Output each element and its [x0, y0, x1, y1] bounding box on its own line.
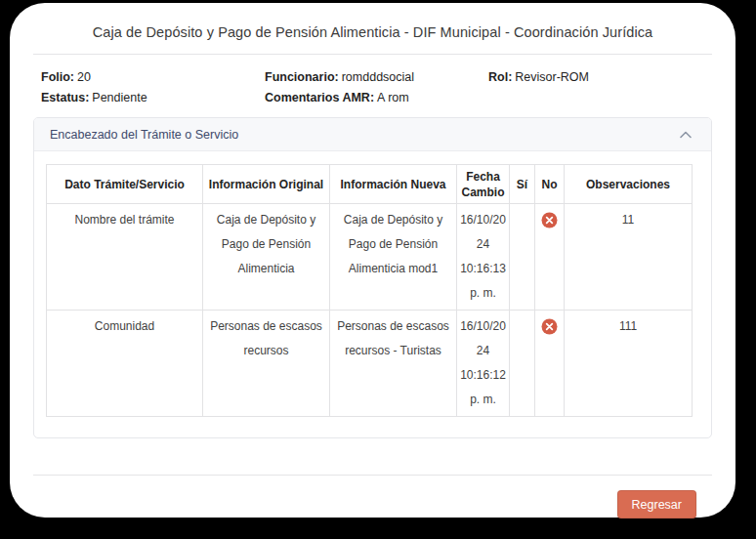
- info-funcionario: Funcionario:romdddsocial: [265, 70, 488, 84]
- cancel-circle-icon[interactable]: [538, 212, 561, 228]
- info-funcionario-label: Funcionario:: [265, 70, 339, 84]
- cell-fecha: 16/10/2024 10:16:13 p. m.: [457, 204, 510, 311]
- info-funcionario-value: romdddsocial: [342, 70, 414, 84]
- accordion-body: Dato Trámite/Servicio Información Origin…: [34, 151, 711, 437]
- info-estatus-label: Estatus:: [41, 91, 89, 104]
- cell-no: [535, 311, 565, 417]
- cell-dato: Nombre del trámite: [47, 204, 203, 311]
- cell-no: [535, 204, 565, 311]
- col-original: Información Original: [203, 165, 330, 204]
- info-folio-value: 20: [77, 70, 91, 84]
- cell-observaciones: 111: [565, 311, 693, 417]
- cell-si: [510, 311, 535, 417]
- info-estatus: Estatus:Pendiente: [41, 91, 265, 104]
- accordion-header[interactable]: Encabezado del Trámite o Servicio: [34, 118, 711, 151]
- cell-observaciones: 11: [565, 204, 693, 311]
- cell-si: [510, 204, 535, 311]
- info-comentarios: Comentarios AMR:A rom: [265, 91, 488, 104]
- info-folio-label: Folio:: [41, 70, 74, 84]
- page-title: Caja de Depósito y Pago de Pensión Alime…: [33, 15, 712, 40]
- info-estatus-value: Pendiente: [92, 91, 147, 104]
- col-fecha: Fecha Cambio: [457, 165, 510, 204]
- footer-actions: Regresar: [33, 490, 712, 518]
- info-folio: Folio:20: [41, 70, 265, 84]
- accordion-panel: Encabezado del Trámite o Servicio Dato T…: [33, 117, 712, 438]
- footer-divider: [33, 475, 712, 476]
- col-dato: Dato Trámite/Servicio: [47, 165, 203, 204]
- record-info: Folio:20 Funcionario:romdddsocial Rol:Re…: [41, 70, 712, 104]
- chevron-up-icon[interactable]: [674, 129, 697, 141]
- info-rol-label: Rol:: [488, 70, 512, 84]
- changes-table: Dato Trámite/Servicio Información Origin…: [46, 164, 693, 417]
- cell-nueva: Caja de Depósito y Pago de Pensión Alime…: [330, 204, 457, 311]
- info-rol: Rol:Revisor-ROM: [488, 70, 712, 84]
- header-divider: [33, 54, 712, 55]
- info-comentarios-label: Comentarios AMR:: [265, 91, 374, 104]
- col-no: No: [535, 165, 565, 204]
- cell-dato: Comunidad: [47, 311, 203, 417]
- cell-nueva: Personas de escasos recursos - Turistas: [330, 311, 457, 417]
- col-si: Sí: [510, 165, 535, 204]
- info-rol-value: Revisor-ROM: [515, 70, 589, 84]
- dialog-card: Caja de Depósito y Pago de Pensión Alime…: [10, 3, 735, 518]
- back-button[interactable]: Regresar: [617, 490, 696, 518]
- cell-fecha: 16/10/2024 10:16:12 p. m.: [457, 311, 510, 417]
- cell-original: Personas de escasos recursos: [203, 311, 330, 417]
- table-header-row: Dato Trámite/Servicio Información Origin…: [47, 165, 693, 204]
- col-nueva: Información Nueva: [330, 165, 457, 204]
- table-row: Nombre del trámite Caja de Depósito y Pa…: [47, 204, 693, 311]
- cancel-circle-icon[interactable]: [538, 318, 561, 335]
- accordion-title: Encabezado del Trámite o Servicio: [50, 128, 238, 142]
- cell-original: Caja de Depósito y Pago de Pensión Alime…: [203, 204, 330, 311]
- info-comentarios-value: A rom: [377, 91, 409, 104]
- col-observaciones: Observaciones: [565, 165, 693, 204]
- table-row: Comunidad Personas de escasos recursos P…: [47, 311, 693, 417]
